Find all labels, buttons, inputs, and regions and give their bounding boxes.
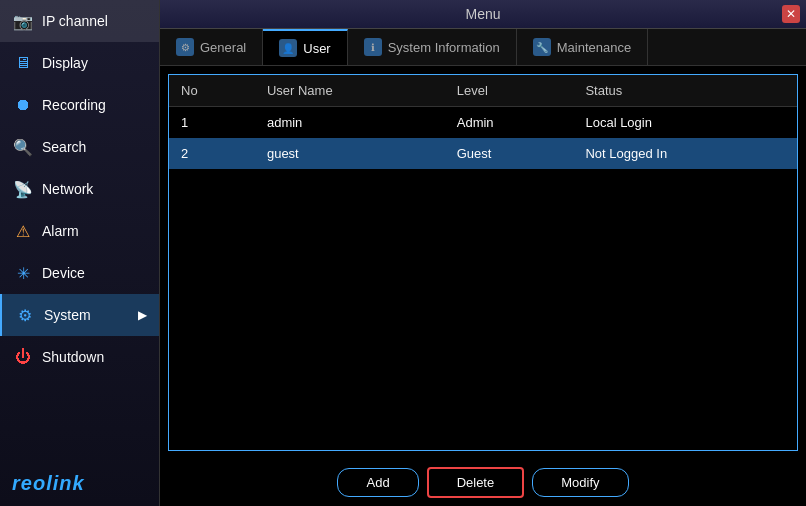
col-header-status: Status <box>573 75 797 107</box>
sidebar-item-label: Device <box>42 265 85 281</box>
cell-status: Local Login <box>573 107 797 139</box>
delete-button[interactable]: Delete <box>427 467 525 498</box>
user-tab-icon: 👤 <box>279 39 297 57</box>
tab-general[interactable]: ⚙ General <box>160 29 263 65</box>
system-icon: ⚙ <box>14 304 36 326</box>
sidebar-item-search[interactable]: 🔍 Search <box>0 126 159 168</box>
user-table: No User Name Level Status 1 admin Admin … <box>169 75 797 169</box>
sidebar-item-alarm[interactable]: ⚠ Alarm <box>0 210 159 252</box>
cell-username: guest <box>255 138 445 169</box>
add-button[interactable]: Add <box>337 468 418 497</box>
cell-no: 1 <box>169 107 255 139</box>
sidebar: 📷 IP channel 🖥 Display ⏺ Recording 🔍 Sea… <box>0 0 160 506</box>
cell-username: admin <box>255 107 445 139</box>
sidebar-item-label: System <box>44 307 91 323</box>
tab-maintenance[interactable]: 🔧 Maintenance <box>517 29 648 65</box>
col-header-username: User Name <box>255 75 445 107</box>
col-header-no: No <box>169 75 255 107</box>
display-icon: 🖥 <box>12 52 34 74</box>
sidebar-item-device[interactable]: ✳ Device <box>0 252 159 294</box>
camera-icon: 📷 <box>12 10 34 32</box>
cell-no: 2 <box>169 138 255 169</box>
title-bar: Menu ✕ <box>160 0 806 29</box>
table-row[interactable]: 1 admin Admin Local Login <box>169 107 797 139</box>
sidebar-item-shutdown[interactable]: ⏻ Shutdown <box>0 336 159 378</box>
sidebar-item-label: Network <box>42 181 93 197</box>
sidebar-item-label: Alarm <box>42 223 79 239</box>
sidebar-item-label: Shutdown <box>42 349 104 365</box>
maintenance-tab-icon: 🔧 <box>533 38 551 56</box>
sidebar-item-display[interactable]: 🖥 Display <box>0 42 159 84</box>
chevron-right-icon: ▶ <box>138 308 147 322</box>
recording-icon: ⏺ <box>12 94 34 116</box>
sidebar-item-system[interactable]: ⚙ System ▶ <box>0 294 159 336</box>
sidebar-item-label: Recording <box>42 97 106 113</box>
sidebar-item-ip-channel[interactable]: 📷 IP channel <box>0 0 159 42</box>
reolink-logo: reolink <box>0 460 159 506</box>
tab-user[interactable]: 👤 User <box>263 29 347 65</box>
tab-bar: ⚙ General 👤 User ℹ System Information 🔧 … <box>160 29 806 66</box>
modify-button[interactable]: Modify <box>532 468 628 497</box>
shutdown-icon: ⏻ <box>12 346 34 368</box>
col-header-level: Level <box>445 75 574 107</box>
network-icon: 📡 <box>12 178 34 200</box>
table-row[interactable]: 2 guest Guest Not Logged In <box>169 138 797 169</box>
device-icon: ✳ <box>12 262 34 284</box>
sidebar-item-label: Search <box>42 139 86 155</box>
search-icon: 🔍 <box>12 136 34 158</box>
sidebar-item-label: IP channel <box>42 13 108 29</box>
user-table-container: No User Name Level Status 1 admin Admin … <box>168 74 798 451</box>
cell-status: Not Logged In <box>573 138 797 169</box>
tab-system-info[interactable]: ℹ System Information <box>348 29 517 65</box>
close-button[interactable]: ✕ <box>782 5 800 23</box>
main-content: Menu ✕ ⚙ General 👤 User ℹ System Informa… <box>160 0 806 506</box>
sidebar-item-label: Display <box>42 55 88 71</box>
sidebar-item-network[interactable]: 📡 Network <box>0 168 159 210</box>
window-title: Menu <box>465 6 500 22</box>
alarm-icon: ⚠ <box>12 220 34 242</box>
sidebar-item-recording[interactable]: ⏺ Recording <box>0 84 159 126</box>
cell-level: Guest <box>445 138 574 169</box>
cell-level: Admin <box>445 107 574 139</box>
bottom-bar: Add Delete Modify <box>160 459 806 506</box>
table-header-row: No User Name Level Status <box>169 75 797 107</box>
info-tab-icon: ℹ <box>364 38 382 56</box>
gear-tab-icon: ⚙ <box>176 38 194 56</box>
